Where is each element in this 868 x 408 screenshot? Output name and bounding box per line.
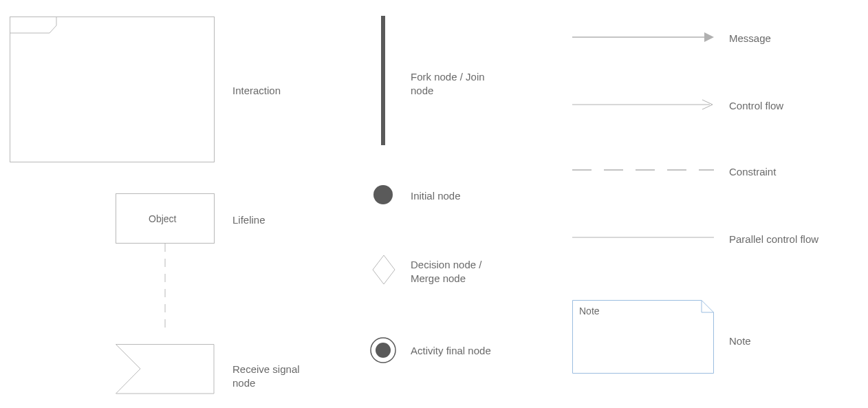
svg-point-5 <box>373 185 393 204</box>
note-label: Note <box>729 334 751 348</box>
svg-rect-0 <box>10 17 215 162</box>
constraint-label: Constraint <box>729 165 776 179</box>
interaction-label: Interaction <box>232 84 281 98</box>
note-box-text: Note <box>579 305 600 316</box>
fork-join-label: Fork node / Join node <box>411 70 485 97</box>
control-flow-label: Control flow <box>729 99 783 113</box>
parallel-control-flow-icon <box>572 234 714 241</box>
interaction-icon <box>10 17 215 163</box>
parallel-control-flow-label: Parallel control flow <box>729 233 818 246</box>
svg-marker-6 <box>373 255 395 284</box>
initial-node-label: Initial node <box>411 189 461 203</box>
activity-final-label: Activity final node <box>411 344 491 358</box>
control-flow-icon <box>572 98 714 111</box>
svg-marker-3 <box>116 345 215 394</box>
decision-merge-label: Decision node / Merge node <box>411 258 481 285</box>
initial-node-icon <box>373 184 393 205</box>
activity-final-icon <box>370 337 396 363</box>
receive-signal-label: Receive signal node <box>232 363 300 389</box>
receive-signal-icon <box>116 344 215 394</box>
lifeline-box-text: Object <box>149 213 176 224</box>
svg-rect-4 <box>381 16 385 145</box>
svg-point-8 <box>376 343 391 358</box>
svg-marker-10 <box>704 32 714 42</box>
decision-merge-icon <box>372 255 395 285</box>
constraint-icon <box>572 167 714 173</box>
message-icon <box>572 30 714 44</box>
message-label: Message <box>729 32 771 45</box>
lifeline-label: Lifeline <box>232 213 265 227</box>
fork-join-icon <box>381 16 387 145</box>
